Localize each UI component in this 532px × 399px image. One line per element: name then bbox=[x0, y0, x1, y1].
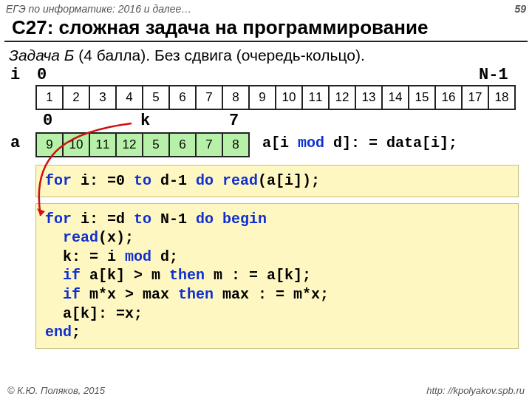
a-row: 91011125678 bbox=[35, 132, 250, 157]
i-label: i bbox=[10, 66, 20, 84]
k-labels: 0 k 7 bbox=[0, 112, 532, 132]
zero-label: 0 bbox=[37, 66, 47, 84]
slide-header: ЕГЭ по информатике: 2016 и далее… 59 bbox=[0, 0, 532, 15]
index-row: 123456789101112131415161718 bbox=[35, 85, 516, 110]
code-block-1: for i: =0 to d-1 do read(a[i]); bbox=[35, 165, 519, 197]
url: http: //kpolyakov.spb.ru bbox=[426, 385, 525, 396]
index-labels: i 0 N-1 bbox=[0, 66, 532, 85]
slide-title: C27: сложная задача на программирование bbox=[4, 15, 528, 42]
header-left: ЕГЭ по информатике: 2016 и далее… bbox=[6, 3, 191, 15]
subtitle: Задача Б (4 балла). Без сдвига (очередь-… bbox=[0, 42, 532, 66]
page-number: 59 bbox=[514, 3, 526, 15]
a-label: a bbox=[10, 134, 20, 152]
n-1-label: N-1 bbox=[479, 66, 508, 84]
footer: © К.Ю. Поляков, 2015 http: //kpolyakov.s… bbox=[0, 385, 532, 396]
assignment: a[i mod d]: = data[i]; bbox=[262, 134, 457, 151]
copyright: © К.Ю. Поляков, 2015 bbox=[7, 385, 105, 396]
code-block-2: for i: =d to N-1 do begin read(x); k: = … bbox=[35, 203, 519, 349]
